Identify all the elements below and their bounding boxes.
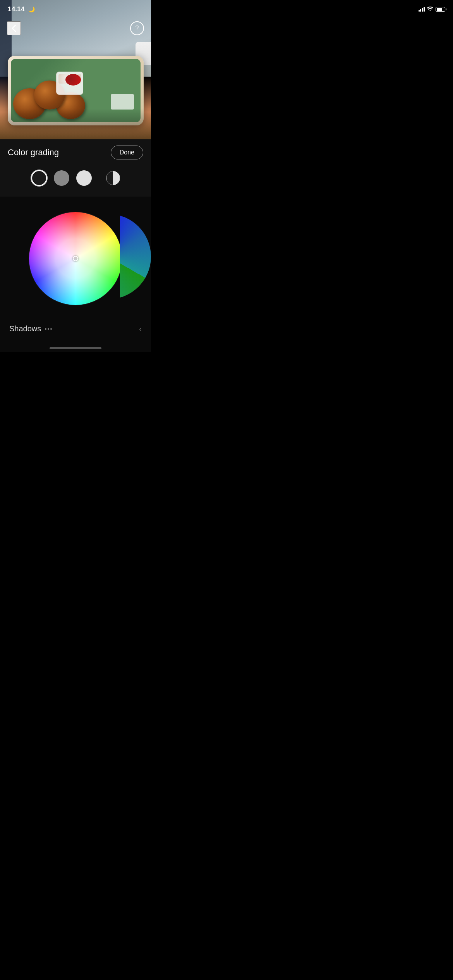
bottom-section: Shadows ‹ xyxy=(0,197,151,352)
help-icon: ? xyxy=(136,25,139,32)
midtones-circle xyxy=(54,170,69,186)
moon-icon: 🌙 xyxy=(28,6,35,12)
partial-wheel-right xyxy=(120,214,151,299)
photo-area: ? xyxy=(0,0,151,139)
color-wheel[interactable] xyxy=(29,212,122,305)
shadows-label: Shadows xyxy=(9,324,41,333)
highlights-tone-button[interactable] xyxy=(76,170,92,186)
status-bar: 14.14 🌙 xyxy=(0,0,151,16)
back-button[interactable] xyxy=(7,21,21,35)
sauce-cup xyxy=(56,72,83,95)
color-wheel-container[interactable] xyxy=(0,197,151,317)
color-grading-panel: Color grading Done xyxy=(0,139,151,197)
dot-2 xyxy=(48,328,49,330)
dot-1 xyxy=(45,328,46,330)
color-wheel-dot[interactable] xyxy=(73,256,78,261)
more-dots[interactable] xyxy=(45,328,52,330)
shadows-label-group: Shadows xyxy=(9,324,52,333)
partial-wheel-visual xyxy=(120,214,151,299)
white-cheese xyxy=(111,94,134,110)
tone-divider xyxy=(99,172,99,184)
split-tone-icon xyxy=(106,171,120,185)
home-bar xyxy=(50,347,101,349)
midtones-tone-button[interactable] xyxy=(54,170,69,186)
home-indicator xyxy=(0,339,151,352)
tone-selector xyxy=(8,166,143,192)
status-time: 14.14 xyxy=(8,5,25,13)
highlights-circle xyxy=(76,170,92,186)
image-bottom-overlay xyxy=(0,108,151,139)
panel-header: Color grading Done xyxy=(8,146,143,159)
shadows-row: Shadows ‹ xyxy=(0,317,151,339)
split-tone-button[interactable] xyxy=(106,171,120,185)
chevron-left-icon[interactable]: ‹ xyxy=(139,324,142,333)
help-button[interactable]: ? xyxy=(130,21,144,35)
done-button[interactable]: Done xyxy=(111,146,143,159)
shadows-tone-button[interactable] xyxy=(31,170,47,186)
pomegranate-seeds xyxy=(65,74,81,86)
dot-3 xyxy=(50,328,52,330)
shadows-circle xyxy=(31,170,47,186)
panel-title: Color grading xyxy=(8,147,59,158)
